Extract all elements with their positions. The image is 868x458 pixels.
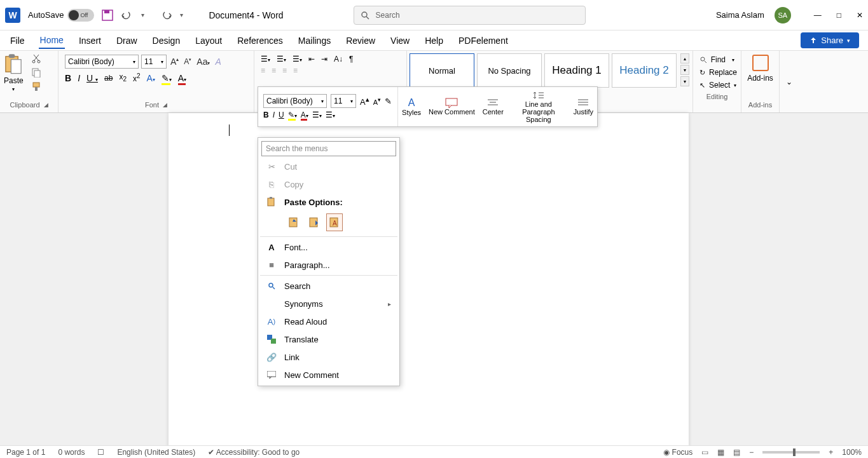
tab-draw[interactable]: Draw: [115, 33, 139, 48]
view-web-layout-icon[interactable]: ▤: [733, 448, 740, 457]
context-read-aloud[interactable]: A) Read Aloud: [260, 313, 397, 330]
text-effects-button[interactable]: A▾: [147, 73, 155, 83]
addins-icon[interactable]: [752, 55, 769, 71]
clear-formatting-icon[interactable]: A: [214, 57, 222, 67]
search-input[interactable]: Search: [354, 6, 586, 25]
zoom-slider[interactable]: [762, 451, 820, 454]
status-language[interactable]: English (United States): [117, 448, 195, 457]
replace-button[interactable]: ↻Replace: [699, 66, 734, 79]
view-read-mode-icon[interactable]: ▭: [701, 448, 708, 457]
styles-scroll-up[interactable]: ▴: [680, 53, 689, 64]
mini-size-select[interactable]: 11▾: [331, 94, 356, 108]
redo-icon[interactable]: [161, 11, 172, 20]
sort-button[interactable]: A↓: [334, 55, 343, 64]
format-painter-icon[interactable]: [31, 81, 41, 91]
zoom-in-button[interactable]: +: [829, 448, 833, 457]
share-button[interactable]: Share ▾: [801, 32, 859, 48]
underline-button[interactable]: U ▾: [86, 73, 98, 83]
mini-justify[interactable]: Justify: [570, 87, 597, 126]
user-name[interactable]: Saima Aslam: [716, 10, 764, 20]
document-page[interactable]: [169, 113, 689, 458]
style-heading2[interactable]: Heading 2: [612, 53, 677, 88]
user-avatar[interactable]: SA: [775, 7, 791, 24]
show-marks-button[interactable]: ¶: [349, 55, 353, 64]
numbering-button[interactable]: ☰▾: [277, 55, 286, 64]
styles-expand[interactable]: ▾: [680, 76, 689, 86]
context-font[interactable]: A Font...: [260, 238, 397, 256]
tab-home[interactable]: Home: [39, 32, 65, 49]
context-paragraph[interactable]: ≡ Paragraph...: [260, 256, 397, 274]
font-name-select[interactable]: Calibri (Body)▾: [65, 55, 139, 69]
multilevel-button[interactable]: ☰▾: [293, 55, 302, 64]
context-search[interactable]: Search: [260, 277, 397, 295]
mini-bullets[interactable]: ☰▾: [312, 111, 322, 119]
save-icon[interactable]: [102, 10, 113, 21]
status-focus[interactable]: ◉ Focus: [663, 448, 692, 457]
mini-center[interactable]: Center: [479, 87, 507, 126]
mini-shrink-font[interactable]: A▾: [373, 96, 381, 106]
cut-icon[interactable]: [31, 53, 41, 64]
mini-highlight[interactable]: ✎▾: [288, 111, 297, 119]
mini-format-painter[interactable]: ✎: [385, 97, 392, 106]
subscript-button[interactable]: x2: [119, 72, 127, 83]
mini-bold[interactable]: B: [263, 111, 269, 119]
bullets-button[interactable]: ☰▾: [261, 55, 270, 64]
zoom-out-button[interactable]: −: [749, 448, 754, 457]
mini-font-select[interactable]: Calibri (Body)▾: [263, 94, 327, 108]
paste-button[interactable]: Paste ▾: [4, 53, 24, 92]
undo-icon[interactable]: [121, 11, 132, 20]
ribbon-collapse-button[interactable]: ⌄: [780, 51, 799, 112]
increase-indent-button[interactable]: ⇥: [321, 55, 327, 64]
mini-underline[interactable]: U: [279, 111, 284, 119]
font-color-button[interactable]: A▾: [178, 73, 186, 83]
tab-view[interactable]: View: [389, 33, 411, 48]
autosave-toggle[interactable]: Off: [67, 9, 94, 22]
mini-line-spacing[interactable]: Line and Paragraph Spacing: [507, 87, 570, 126]
highlight-button[interactable]: ✎▾: [162, 73, 172, 83]
tab-references[interactable]: References: [236, 33, 284, 48]
context-new-comment[interactable]: New Comment: [260, 366, 397, 384]
tab-file[interactable]: File: [9, 33, 26, 48]
paste-keep-source[interactable]: [286, 213, 302, 231]
font-dialog-launcher[interactable]: ◢: [163, 102, 167, 108]
status-words[interactable]: 0 words: [58, 448, 85, 457]
select-button[interactable]: ↖Select▾: [699, 79, 734, 91]
addins-button[interactable]: Add-ins: [747, 74, 773, 83]
view-print-layout-icon[interactable]: ▦: [717, 448, 724, 457]
tab-design[interactable]: Design: [151, 33, 182, 48]
font-size-select[interactable]: 11▾: [141, 55, 167, 69]
mini-grow-font[interactable]: A▴: [360, 95, 369, 107]
paste-text-only[interactable]: A: [326, 213, 343, 231]
mini-numbering[interactable]: ☰▾: [326, 111, 335, 119]
grow-font-icon[interactable]: A▴: [169, 57, 180, 67]
clipboard-dialog-launcher[interactable]: ◢: [44, 102, 48, 108]
zoom-level[interactable]: 100%: [842, 448, 862, 457]
mini-italic[interactable]: I: [273, 111, 275, 119]
maximize-button[interactable]: □: [837, 11, 841, 20]
status-spellcheck-icon[interactable]: ☐: [97, 448, 104, 457]
bold-button[interactable]: B: [65, 73, 71, 83]
context-link[interactable]: 🔗 Link: [260, 348, 397, 366]
decrease-indent-button[interactable]: ⇤: [308, 55, 315, 64]
change-case-icon[interactable]: Aa▾: [195, 57, 211, 67]
paste-merge[interactable]: [306, 213, 322, 231]
style-heading1[interactable]: Heading 1: [544, 53, 609, 88]
find-button[interactable]: Find▾: [699, 53, 734, 66]
mini-styles[interactable]: A Styles: [398, 87, 425, 126]
tab-pdfelement[interactable]: PDFelement: [457, 33, 509, 48]
tab-review[interactable]: Review: [345, 33, 376, 48]
copy-icon[interactable]: [31, 67, 41, 77]
superscript-button[interactable]: x2: [133, 72, 141, 83]
mini-new-comment[interactable]: New Comment: [425, 87, 479, 126]
tab-help[interactable]: Help: [424, 33, 444, 48]
status-accessibility[interactable]: ✔ Accessibility: Good to go: [208, 448, 300, 457]
status-page[interactable]: Page 1 of 1: [6, 448, 45, 457]
style-normal[interactable]: Normal: [410, 53, 474, 88]
tab-mailings[interactable]: Mailings: [297, 33, 332, 48]
context-synonyms[interactable]: Synonyms ▸: [260, 295, 397, 313]
tab-insert[interactable]: Insert: [78, 33, 102, 48]
tab-layout[interactable]: Layout: [194, 33, 223, 48]
context-translate[interactable]: Translate: [260, 330, 397, 348]
minimize-button[interactable]: —: [814, 11, 822, 20]
italic-button[interactable]: I: [78, 73, 80, 83]
